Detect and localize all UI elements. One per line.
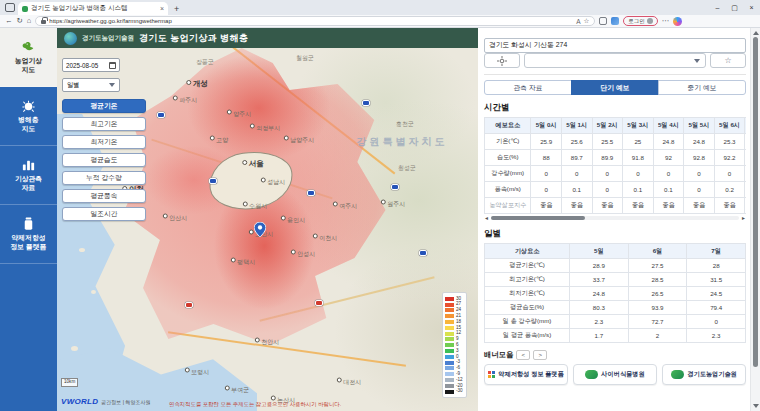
layer-button-1[interactable]: 최고기온 [62,117,146,131]
new-tab-button[interactable]: + [174,4,179,14]
table-cell[interactable]: 좋음 [684,198,715,214]
table-cell: 0 [745,166,746,182]
map-label: 대전시 [337,378,362,387]
table-cell[interactable]: 좋음 [623,198,654,214]
map-label: 안산시 [163,214,188,223]
sidebar-item-0[interactable]: 농업기상 지도 [0,28,57,87]
map-attribution: VWORLD 공간정보 | 해양조사원 [61,397,150,406]
panel-tabs: 관측 자료단기 예보중기 예보 [484,80,746,95]
scroll-down-icon[interactable] [753,404,759,408]
table-cell[interactable]: 좋음 [531,198,562,214]
legend-value: 3 [456,349,459,354]
banner-row: 약제저항성 정보 플랫폼사이버식물병원경기도농업기술원 [484,364,746,385]
location-marker-pin[interactable] [254,222,266,241]
chevron-down-icon [109,83,115,87]
hscroll-thumb[interactable] [491,216,585,220]
table-cell: 0.2 [714,182,745,198]
column-header: 7일 [687,244,746,259]
chevron-down-icon [694,59,700,63]
table-cell[interactable]: 좋음 [714,198,745,214]
saved-location-select[interactable] [524,53,706,68]
horizontal-scrollbar[interactable]: ◄ ► [484,215,746,221]
table-cell: 0 [714,166,745,182]
close-button[interactable]: × [743,4,760,11]
browser-tab-strip: 경기도 농업기상과 병해충 시스템 × + – ▢ × [0,0,760,15]
row-label: 평균습도(%) [485,301,570,315]
layer-button-2[interactable]: 최저기온 [62,135,146,149]
map-title: 경기도 농업기상과 병해충 [139,32,248,45]
table-cell: 0 [592,182,623,198]
map-label: 안성시 [291,250,316,259]
panel-tab-0[interactable]: 관측 자료 [484,80,572,95]
sidebar-item-1[interactable]: 병해충 지도 [0,87,57,146]
table-cell[interactable]: 좋음 [592,198,623,214]
layer-button-0[interactable]: 평균기온 [62,99,146,113]
column-header: 5일 6시 [714,118,745,134]
column-header: 5일 3시 [623,118,654,134]
refresh-icon[interactable]: ↻ [17,17,23,25]
maximize-button[interactable]: ▢ [726,4,743,12]
table-cell: 28 [687,259,746,273]
table-cell: 0 [684,182,715,198]
url-bar[interactable]: https://agriweather.gg.go.kr/farmngwethe… [35,16,595,26]
banner-2[interactable]: 경기도농업기술원 [662,364,746,385]
search-button[interactable] [732,35,744,46]
period-select[interactable]: 일별 [62,78,120,92]
table-cell[interactable]: 좋음 [745,198,746,214]
layer-button-5[interactable]: 평균풍속 [62,189,146,203]
vertical-scrollbar[interactable] [750,28,760,411]
legend-swatch [445,349,454,353]
read-aloud-icon[interactable]: A [576,18,580,25]
banner-prev-button[interactable]: < [516,350,530,360]
road-shield-icon [315,300,323,306]
minimize-button[interactable]: – [709,4,726,11]
layer-button-4[interactable]: 누적 강수량 [62,171,146,185]
table-row: 최고기온(℃)33.728.531.5 [485,273,746,287]
table-row: 일 총 강수량(mm)2.372.70 [485,315,746,329]
table-cell: 2 [628,329,687,343]
map-label: 개성 [186,79,208,89]
banner-1[interactable]: 사이버식물병원 [573,364,657,385]
map-header: 경기도농업기술원 경기도 농업기상과 병해충 [57,28,478,48]
table-cell: 25 [623,134,654,150]
crosshair-icon [497,56,507,66]
more-options-icon[interactable]: ⋯ [662,17,670,25]
vscroll-thumb[interactable] [753,37,758,367]
panel-tab-2[interactable]: 중기 예보 [658,80,746,95]
scroll-left-icon[interactable]: ◄ [484,216,489,221]
bookmark-button[interactable]: ☆ [710,53,746,68]
daily-table-wrap: 기상요소5일6일7일평균기온(℃)28.927.528최고기온(℃)33.728… [484,243,746,343]
banner-next-button[interactable]: > [533,350,547,360]
copilot-icon[interactable] [673,17,682,26]
panel-tab-1[interactable]: 단기 예보 [571,80,659,95]
legend-swatch [445,326,454,330]
favorite-star-icon[interactable]: ☆ [584,17,590,25]
search-input[interactable] [484,38,746,53]
split-screen-icon[interactable] [599,17,607,25]
layer-button-3[interactable]: 평균습도 [62,153,146,167]
legend-swatch [445,366,454,370]
tab-close-icon[interactable]: × [160,5,164,12]
legend-value: 18 [456,320,461,325]
home-icon[interactable]: ⌂ [27,17,32,25]
table-cell: 93.9 [628,301,687,315]
map-label: 수원시 [243,202,268,211]
scroll-up-icon[interactable] [753,31,759,35]
table-cell[interactable]: 좋음 [561,198,592,214]
scroll-right-icon[interactable]: ► [741,216,746,221]
browser-tab[interactable]: 경기도 농업기상과 병해충 시스템 × [18,2,168,15]
map-canvas[interactable]: 2025-08-05 일별 평균기온최고기온최저기온평균습도누적 강수량평균풍속… [57,48,478,411]
tab-actions-icon[interactable] [5,3,15,12]
layer-button-6[interactable]: 일조시간 [62,207,146,221]
banner-0[interactable]: 약제저항성 정보 플랫폼 [484,364,568,385]
back-icon[interactable]: ← [5,17,13,25]
avatar [647,18,653,24]
collections-icon[interactable] [611,17,619,25]
hscroll-track[interactable] [491,216,739,220]
sidebar-item-3[interactable]: 약제저항성 정보 플랫폼 [0,205,57,264]
locate-button[interactable] [484,53,520,68]
date-picker[interactable]: 2025-08-05 [62,58,120,72]
sidebar-item-2[interactable]: 기상관측 자료 [0,146,57,205]
login-button[interactable]: 로그인 [623,16,658,26]
table-cell[interactable]: 좋음 [653,198,684,214]
